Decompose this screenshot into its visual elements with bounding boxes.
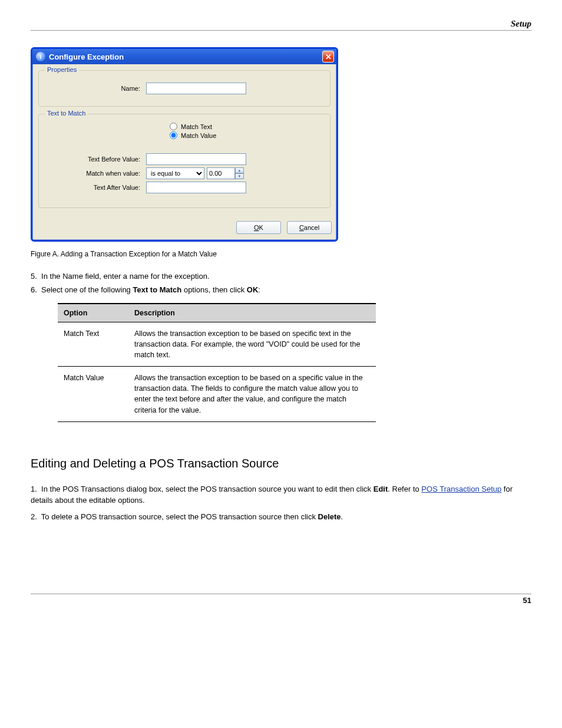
pos-setup-link[interactable]: POS Transaction Setup [421, 485, 501, 493]
match-text-radio[interactable]: Match Text [170, 123, 324, 130]
table-h1: Option [58, 304, 128, 322]
step5-text: In the Name field, enter a name for the … [41, 272, 209, 281]
header-section: Setup [511, 19, 531, 28]
app-icon: i [36, 52, 45, 61]
body-text: 5. In the Name field, enter a name for t… [31, 271, 531, 523]
text-to-match-group: Text to Match Match Text Match Value [38, 114, 330, 208]
match-value-radio-label: Match Value [181, 132, 216, 139]
configure-exception-dialog: i Configure Exception ✕ Properties Name:… [31, 47, 338, 242]
table-row: Match Text Allows the transaction except… [58, 322, 376, 366]
text-after-label: Text After Value: [45, 184, 146, 191]
match-value-radio[interactable]: Match Value [170, 131, 324, 139]
text-before-input[interactable] [146, 153, 246, 165]
spin-up-icon[interactable]: ▲ [235, 167, 244, 173]
table-row: Match Value Allows the transaction excep… [58, 367, 376, 422]
dialog-figure: i Configure Exception ✕ Properties Name:… [31, 47, 531, 258]
options-table: Option Description Match Text Allows the… [58, 303, 376, 422]
dialog-title: Configure Exception [49, 52, 322, 61]
cancel-button[interactable]: Cancel [287, 221, 332, 234]
properties-legend: Properties [45, 66, 79, 73]
section-heading: Editing and Deleting a POS Transaction S… [31, 455, 531, 472]
figure-caption: Figure A. Adding a Transaction Exception… [31, 250, 531, 258]
text-before-label: Text Before Value: [45, 156, 146, 163]
page-header: Setup [31, 17, 531, 31]
spin-down-icon[interactable]: ▼ [235, 173, 244, 179]
page-number: 51 [523, 596, 531, 605]
text-after-input[interactable] [146, 182, 246, 193]
name-input[interactable] [146, 83, 246, 94]
ok-button[interactable]: OK [236, 221, 281, 234]
match-text-radio-label: Match Text [181, 123, 212, 130]
text-to-match-legend: Text to Match [45, 110, 88, 117]
page-footer: 51 [31, 594, 531, 605]
close-icon[interactable]: ✕ [322, 51, 334, 62]
value-stepper[interactable] [207, 167, 235, 179]
match-when-label: Match when value: [45, 170, 146, 177]
operator-select[interactable]: is equal to [146, 167, 204, 179]
name-label: Name: [45, 85, 146, 92]
match-text-radio-input[interactable] [170, 123, 177, 130]
match-value-radio-input[interactable] [170, 131, 177, 139]
properties-group: Properties Name: [38, 70, 330, 107]
table-h2: Description [128, 304, 376, 322]
titlebar: i Configure Exception ✕ [32, 49, 336, 64]
